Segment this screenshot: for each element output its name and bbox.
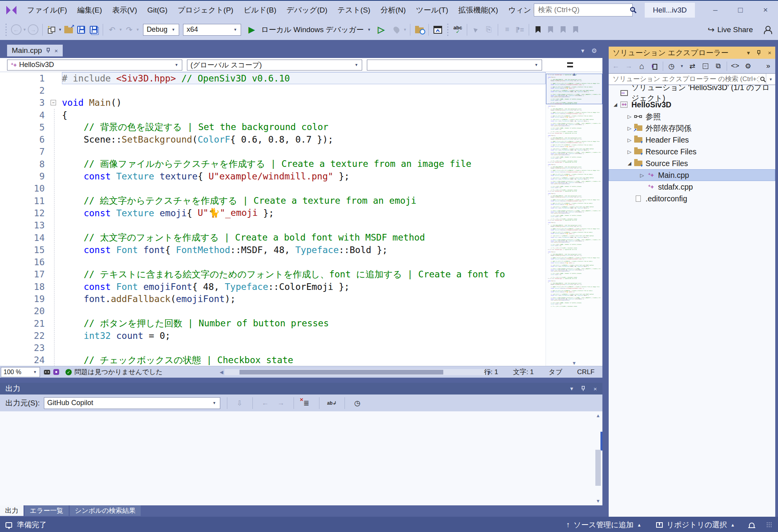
code-line-20[interactable]: 20 xyxy=(0,305,546,317)
code-line-9[interactable]: 9 const Texture texture{ U"example/windm… xyxy=(0,170,546,182)
line-number[interactable]: 15 xyxy=(0,245,45,255)
selection-mode-button[interactable] xyxy=(470,23,482,36)
previous-message-button[interactable]: ← xyxy=(259,397,271,409)
line-number[interactable]: 5 xyxy=(0,122,45,132)
line-number[interactable]: 3 xyxy=(0,98,45,108)
code-line-15[interactable]: 15 const Font font{ FontMethod::MSDF, 48… xyxy=(0,244,546,256)
new-item-dropdown-icon[interactable]: ▾ xyxy=(59,27,62,32)
solution-search-box[interactable]: ▾ xyxy=(609,73,775,85)
hscroll-track[interactable] xyxy=(225,369,486,375)
float-tab-icon[interactable]: ▾ xyxy=(581,47,584,54)
line-number[interactable]: 9 xyxy=(0,171,45,181)
toolbar-overflow-button[interactable]: » xyxy=(763,61,773,72)
menu-item-1[interactable]: 編集(E) xyxy=(72,1,107,19)
zoom-dropdown[interactable]: 100 % ▾ xyxy=(1,367,40,377)
menu-item-4[interactable]: プロジェクト(P) xyxy=(172,1,238,19)
menu-item-8[interactable]: 分析(N) xyxy=(375,1,411,19)
menu-item-5[interactable]: ビルド(B) xyxy=(238,1,281,19)
menu-item-0[interactable]: ファイル(F) xyxy=(22,1,72,19)
code-line-4[interactable]: 4{ xyxy=(0,109,546,121)
code-line-8[interactable]: 8 // 画像ファイルからテクスチャを作成する | Create a textu… xyxy=(0,158,546,170)
menu-item-6[interactable]: デバッグ(D) xyxy=(281,1,332,19)
spell-checker-button[interactable]: abc✓ xyxy=(452,23,464,36)
code-line-17[interactable]: 17 // テキストに含まれる絵文字のためのフォントを作成し、font に追加す… xyxy=(0,268,546,280)
toolbar-grip[interactable] xyxy=(446,23,449,36)
navigate-backward-button[interactable]: ← xyxy=(10,23,22,36)
window-position-dropdown-icon[interactable]: ▾ xyxy=(570,385,573,392)
code-line-21[interactable]: 21 // ボタンを押した回数 | Number of button press… xyxy=(0,317,546,329)
redo-button[interactable]: ↷ xyxy=(123,23,135,36)
code-line-13[interactable]: 13 xyxy=(0,219,546,232)
code-line-5[interactable]: 5 // 背景の色を設定する | Set the background colo… xyxy=(0,121,546,133)
switch-views-button[interactable] xyxy=(650,61,659,72)
goto-message-button[interactable]: ⇩ xyxy=(234,397,246,409)
code-line-16[interactable]: 16 xyxy=(0,256,546,268)
close-button[interactable]: × xyxy=(753,1,778,19)
line-number[interactable]: 11 xyxy=(0,196,45,206)
undo-dropdown-icon[interactable]: ▾ xyxy=(120,27,122,32)
document-outline-button[interactable]: ⎘ xyxy=(483,23,495,36)
forward-button[interactable]: → xyxy=(624,61,633,72)
filter-dropdown-icon[interactable]: ▾ xyxy=(681,63,683,69)
find-in-files-button[interactable] xyxy=(413,23,425,36)
expander-collapsed-icon[interactable]: ▷ xyxy=(626,149,633,155)
solution-explorer-title-bar[interactable]: ソリューション エクスプローラー ▾ × xyxy=(609,47,775,59)
member-dropdown[interactable]: ▾ xyxy=(367,60,542,71)
redo-dropdown-icon[interactable]: ▾ xyxy=(137,27,139,32)
save-all-button[interactable] xyxy=(88,23,100,36)
tree-item-header-files[interactable]: ▷Header Files xyxy=(609,134,775,146)
eol-indicator[interactable]: CRLF xyxy=(577,368,595,376)
debug-target-label[interactable]: ローカル Windows デバッガー xyxy=(261,25,364,35)
line-number[interactable]: 14 xyxy=(0,233,45,243)
line-number[interactable]: 19 xyxy=(0,294,45,304)
open-file-button[interactable] xyxy=(63,23,74,36)
vscroll-thumb[interactable] xyxy=(595,450,601,486)
scope-dropdown[interactable]: (グローバル スコープ) ▾ xyxy=(187,60,362,71)
previous-bookmark-button[interactable] xyxy=(545,23,557,36)
properties-wrench-button[interactable]: ⚙ xyxy=(744,61,753,72)
pin-icon[interactable] xyxy=(46,48,51,53)
search-options-dropdown[interactable]: ▾ xyxy=(766,74,775,85)
toolbar-grip[interactable] xyxy=(5,23,7,36)
solution-platform-combobox[interactable]: x64 ▾ xyxy=(183,24,241,36)
comment-button[interactable]: ⁋≡ xyxy=(514,23,526,36)
code-line-6[interactable]: 6 Scene::SetBackground(ColorF{ 0.6, 0.8,… xyxy=(0,133,546,145)
menu-item-2[interactable]: 表示(V) xyxy=(107,1,142,19)
panel-tab-0[interactable]: 出力 xyxy=(0,505,24,516)
scroll-up-icon[interactable]: ▲ xyxy=(594,413,602,418)
resize-grip[interactable] xyxy=(766,522,773,528)
line-number[interactable]: 17 xyxy=(0,269,45,279)
panel-tab-2[interactable]: シンボルの検索結果 xyxy=(70,505,141,516)
undo-button[interactable]: ↶ xyxy=(106,23,118,36)
horizontal-scrollbar[interactable]: ◀ ▶ xyxy=(218,368,493,376)
code-line-12[interactable]: 12 const Texture emoji{ U"🐈"_emoji }; xyxy=(0,207,546,219)
tree-item-resource-files[interactable]: ▷Resource Files xyxy=(609,146,775,157)
code-line-10[interactable]: 10 xyxy=(0,183,546,195)
navigate-backward-dropdown-icon[interactable]: ▾ xyxy=(24,27,26,32)
solution-search-input[interactable] xyxy=(612,75,760,83)
line-number[interactable]: 2 xyxy=(0,85,45,96)
line-number[interactable]: 7 xyxy=(0,147,45,157)
tree-item-main.cpp[interactable]: ▷⁺+Main.cpp xyxy=(609,169,775,181)
output-vertical-scrollbar[interactable]: ▲ ▼ xyxy=(594,411,602,505)
menu-item-7[interactable]: テスト(S) xyxy=(332,1,375,19)
navigate-forward-button[interactable]: → xyxy=(27,23,39,36)
health-message[interactable]: 問題は見つかりませんでした xyxy=(74,367,163,376)
editor-options-gear-icon[interactable]: ⚙ xyxy=(591,47,597,54)
code-line-3[interactable]: 3−void Main() xyxy=(0,97,546,109)
code-line-1[interactable]: 1# include <Siv3D.hpp> // OpenSiv3D v0.6… xyxy=(0,72,546,84)
code-line-7[interactable]: 7 xyxy=(0,146,546,158)
line-number[interactable]: 18 xyxy=(0,282,45,292)
line-number[interactable]: 10 xyxy=(0,183,45,194)
scroll-left-icon[interactable]: ◀ xyxy=(218,369,225,375)
solution-configuration-combobox[interactable]: Debug ▾ xyxy=(143,24,179,36)
line-number[interactable]: 6 xyxy=(0,134,45,145)
decrease-indent-button[interactable]: ≡ xyxy=(501,23,513,36)
line-number[interactable]: 20 xyxy=(0,306,45,316)
close-icon[interactable]: × xyxy=(593,385,597,392)
copilot-robot-icon[interactable] xyxy=(44,370,50,375)
next-message-button[interactable]: → xyxy=(275,397,287,409)
window-position-dropdown-icon[interactable]: ▾ xyxy=(747,49,750,56)
panel-tab-1[interactable]: エラー一覧 xyxy=(25,505,69,516)
pin-icon[interactable] xyxy=(581,386,586,391)
